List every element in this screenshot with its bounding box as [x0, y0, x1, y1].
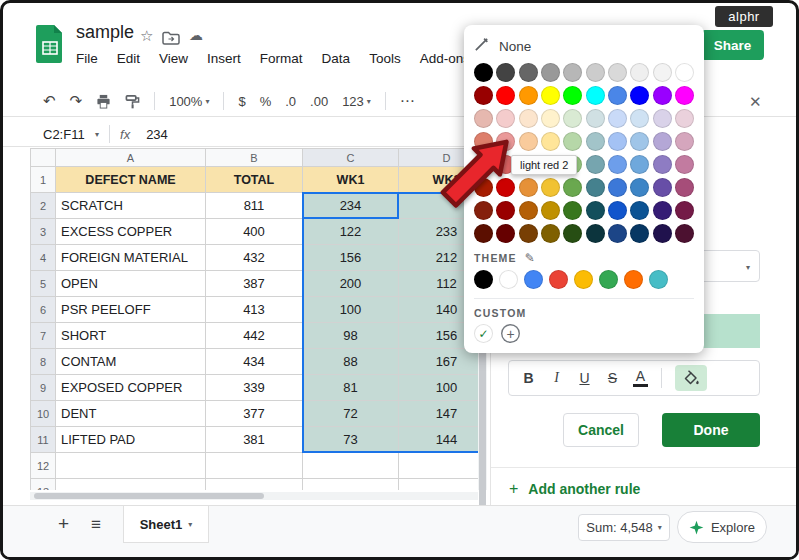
- sheets-logo-icon[interactable]: [36, 25, 64, 63]
- header-cell[interactable]: TOTAL: [206, 167, 303, 193]
- cell[interactable]: 72: [303, 401, 399, 427]
- cell[interactable]: 81: [303, 375, 399, 401]
- current-color-swatch[interactable]: ✓: [474, 324, 493, 343]
- row-header-10[interactable]: 10: [31, 401, 56, 427]
- cell[interactable]: [56, 479, 206, 490]
- cell[interactable]: OPEN: [56, 271, 206, 297]
- star-icon[interactable]: ☆: [140, 27, 153, 45]
- bold-button[interactable]: B: [521, 370, 536, 386]
- formula-input[interactable]: 234: [146, 127, 168, 142]
- color-swatch[interactable]: [675, 224, 694, 243]
- column-header-C[interactable]: C: [303, 149, 399, 167]
- color-swatch[interactable]: [586, 132, 605, 151]
- color-swatch[interactable]: [608, 109, 627, 128]
- row-header-5[interactable]: 5: [31, 271, 56, 297]
- row-header-12[interactable]: 12: [31, 453, 56, 479]
- color-swatch[interactable]: [586, 155, 605, 174]
- color-swatch[interactable]: [474, 86, 493, 105]
- color-swatch[interactable]: [653, 63, 672, 82]
- color-swatch[interactable]: [541, 178, 560, 197]
- row-header-1[interactable]: 1: [31, 167, 56, 193]
- document-title[interactable]: sample: [76, 22, 134, 43]
- menu-file[interactable]: File: [76, 51, 98, 66]
- add-sheet-button[interactable]: +: [58, 513, 69, 535]
- zoom-select[interactable]: 100%▾: [169, 94, 209, 109]
- color-swatch[interactable]: [496, 86, 515, 105]
- cell[interactable]: FOREIGN MATERIAL: [56, 245, 206, 271]
- cell[interactable]: 387: [206, 271, 303, 297]
- cell[interactable]: 442: [206, 323, 303, 349]
- color-swatch[interactable]: [608, 132, 627, 151]
- add-rule-button[interactable]: + Add another rule: [509, 480, 640, 498]
- text-color-button[interactable]: A: [633, 369, 648, 387]
- color-swatch[interactable]: [675, 155, 694, 174]
- format-percent-button[interactable]: %: [260, 94, 272, 109]
- cell[interactable]: 339: [206, 375, 303, 401]
- decrease-decimal-button[interactable]: .0: [285, 94, 296, 109]
- row-header-4[interactable]: 4: [31, 245, 56, 271]
- theme-color-swatch[interactable]: [599, 270, 618, 289]
- explore-button[interactable]: Explore: [677, 511, 767, 543]
- close-panel-icon[interactable]: ✕: [749, 93, 762, 111]
- menu-insert[interactable]: Insert: [207, 51, 241, 66]
- color-swatch[interactable]: [563, 178, 582, 197]
- color-swatch[interactable]: [586, 178, 605, 197]
- cell[interactable]: 147: [399, 401, 478, 427]
- undo-icon[interactable]: ↶: [43, 92, 56, 110]
- cell[interactable]: DENT: [56, 401, 206, 427]
- cell[interactable]: 144: [399, 427, 478, 453]
- color-swatch[interactable]: [653, 224, 672, 243]
- cell[interactable]: SCRATCH: [56, 193, 206, 219]
- color-swatch[interactable]: [541, 63, 560, 82]
- cell[interactable]: 100: [303, 297, 399, 323]
- color-swatch[interactable]: [496, 109, 515, 128]
- color-swatch[interactable]: [586, 63, 605, 82]
- color-swatch[interactable]: [630, 63, 649, 82]
- cell[interactable]: [399, 479, 478, 490]
- chevron-down-icon[interactable]: ▾: [95, 130, 99, 139]
- cell[interactable]: SHORT: [56, 323, 206, 349]
- header-cell[interactable]: DEFECT NAME: [56, 167, 206, 193]
- color-swatch[interactable]: [586, 109, 605, 128]
- color-swatch[interactable]: [675, 86, 694, 105]
- color-swatch[interactable]: [474, 63, 493, 82]
- scrollbar-thumb[interactable]: [34, 493, 264, 499]
- color-swatch[interactable]: [563, 86, 582, 105]
- color-swatch[interactable]: [474, 224, 493, 243]
- done-button[interactable]: Done: [662, 413, 760, 447]
- grid-corner[interactable]: [31, 149, 56, 167]
- theme-color-swatch[interactable]: [649, 270, 668, 289]
- color-swatch[interactable]: [586, 86, 605, 105]
- cancel-button[interactable]: Cancel: [563, 413, 639, 447]
- color-swatch[interactable]: [675, 63, 694, 82]
- color-swatch[interactable]: [608, 63, 627, 82]
- cell[interactable]: 377: [206, 401, 303, 427]
- color-swatch[interactable]: [541, 132, 560, 151]
- cell[interactable]: [303, 453, 399, 479]
- cell[interactable]: CONTAM: [56, 349, 206, 375]
- color-swatch[interactable]: [630, 201, 649, 220]
- color-swatch[interactable]: [675, 109, 694, 128]
- cell[interactable]: 234: [303, 193, 399, 219]
- color-swatch[interactable]: [608, 224, 627, 243]
- print-icon[interactable]: [96, 94, 111, 109]
- color-swatch[interactable]: [630, 86, 649, 105]
- color-swatch[interactable]: [541, 201, 560, 220]
- sheet-tab[interactable]: Sheet1 ▾: [123, 506, 209, 543]
- cell[interactable]: 413: [206, 297, 303, 323]
- header-cell[interactable]: WK1: [303, 167, 399, 193]
- fill-color-button[interactable]: [675, 365, 707, 391]
- menu-add-ons[interactable]: Add-ons: [420, 51, 470, 66]
- share-button[interactable]: Share: [701, 30, 764, 60]
- row-header-7[interactable]: 7: [31, 323, 56, 349]
- cell[interactable]: 200: [303, 271, 399, 297]
- color-swatch[interactable]: [563, 201, 582, 220]
- row-header-8[interactable]: 8: [31, 349, 56, 375]
- color-swatch[interactable]: [541, 109, 560, 128]
- theme-color-swatch[interactable]: [549, 270, 568, 289]
- color-swatch[interactable]: [541, 86, 560, 105]
- color-swatch[interactable]: [563, 132, 582, 151]
- cell[interactable]: LIFTED PAD: [56, 427, 206, 453]
- color-swatch[interactable]: [496, 63, 515, 82]
- cell[interactable]: PSR PEELOFF: [56, 297, 206, 323]
